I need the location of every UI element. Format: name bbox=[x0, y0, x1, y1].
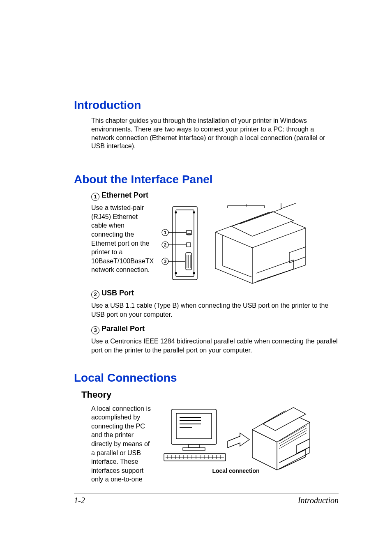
circled-3-icon: 3 bbox=[91, 326, 99, 334]
heading-about-interface: About the Interface Panel bbox=[74, 173, 339, 186]
page-number: 1-2 bbox=[74, 496, 85, 505]
heading-theory: Theory bbox=[81, 389, 339, 400]
document-page: Introduction This chapter guides you thr… bbox=[0, 0, 392, 555]
svg-rect-35 bbox=[183, 448, 205, 450]
circled-2-icon: 2 bbox=[91, 290, 99, 299]
ethernet-port-desc: Use a twisted-pair (RJ45) Ethernet cable… bbox=[91, 203, 153, 274]
ethernet-port-heading: 1 Ethernet Port bbox=[91, 191, 339, 201]
svg-point-5 bbox=[193, 272, 195, 274]
svg-rect-7 bbox=[188, 233, 190, 235]
local-connection-caption: Local connection bbox=[160, 467, 312, 474]
page-footer: 1-2 Introduction bbox=[74, 496, 339, 505]
chapter-name: Introduction bbox=[298, 496, 339, 505]
heading-local-connections: Local Connections bbox=[74, 371, 339, 385]
heading-introduction: Introduction bbox=[74, 99, 339, 112]
ethernet-port-title: Ethernet Port bbox=[101, 191, 148, 199]
svg-rect-0 bbox=[173, 207, 197, 280]
usb-port-title: USB Port bbox=[101, 289, 134, 297]
svg-rect-34 bbox=[189, 444, 199, 448]
local-connection-illustration bbox=[160, 404, 312, 474]
svg-rect-6 bbox=[187, 230, 191, 235]
svg-text:2: 2 bbox=[164, 242, 166, 247]
usb-port-heading: 2 USB Port bbox=[91, 289, 339, 299]
intro-paragraph: This chapter guides you through the inst… bbox=[91, 117, 339, 151]
parallel-port-heading: 3 Parallel Port bbox=[91, 325, 339, 334]
usb-port-desc: Use a USB 1.1 cable (Type B) when connec… bbox=[91, 301, 339, 319]
interface-panel-illustration: 1 2 3 bbox=[158, 203, 314, 286]
svg-point-3 bbox=[193, 212, 195, 213]
svg-point-4 bbox=[175, 272, 177, 274]
svg-point-2 bbox=[175, 212, 177, 213]
svg-rect-26 bbox=[281, 203, 300, 209]
svg-text:3: 3 bbox=[164, 259, 166, 264]
parallel-port-desc: Use a Centronics IEEE 1284 bidirectional… bbox=[91, 337, 339, 355]
theory-text: A local connection is accomplished by co… bbox=[91, 404, 155, 484]
parallel-port-title: Parallel Port bbox=[101, 325, 145, 333]
footer-rule bbox=[74, 493, 339, 493]
svg-rect-8 bbox=[187, 243, 191, 247]
circled-1-icon: 1 bbox=[91, 193, 99, 201]
svg-text:1: 1 bbox=[164, 230, 166, 235]
